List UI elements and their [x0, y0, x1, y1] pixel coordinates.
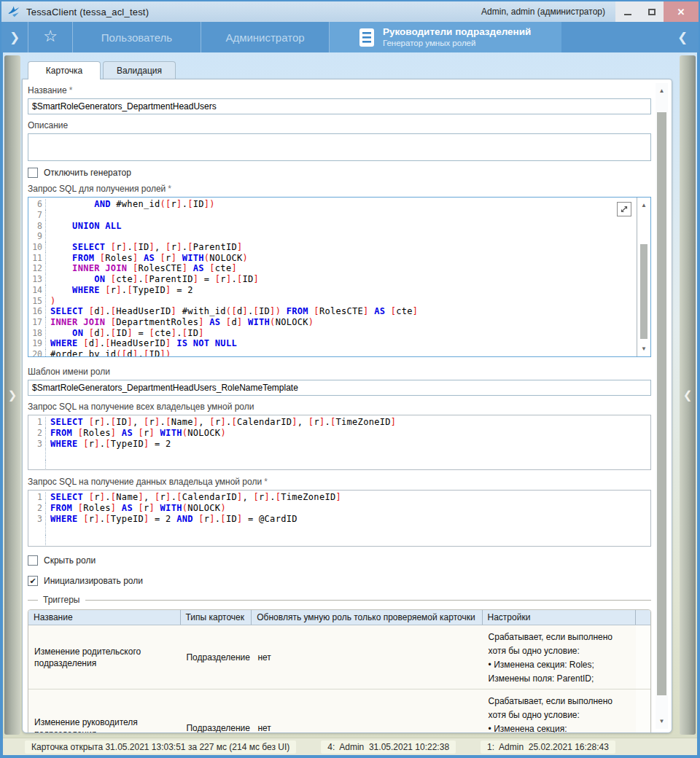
editor-scrollbar-thumb[interactable] [640, 244, 648, 339]
code-line: 6 AND #when_id([r].[ID]) [28, 199, 650, 210]
nav-tab-user[interactable]: Пользователь [73, 22, 201, 52]
column-header-scroll [636, 610, 650, 625]
app-logo-icon [7, 5, 20, 18]
chevron-left-icon: ❮ [683, 388, 693, 402]
code-line: 9 [28, 231, 650, 242]
main-scrollbar[interactable]: ▲ ▼ [656, 83, 668, 729]
minimize-button[interactable] [615, 1, 639, 22]
window-title: TessaClient (tessa_acl_test) [26, 7, 149, 17]
init-roles-label: Инициализировать роли [44, 576, 143, 586]
tab-card[interactable]: Карточка [28, 61, 101, 79]
roles-sql-editor[interactable]: 6 AND #when_id([r].[ID])78 UNION ALL910 … [28, 197, 651, 357]
column-header-name[interactable]: Название [28, 610, 181, 625]
code-line: 15) [28, 295, 650, 306]
chevron-right-icon: ❯ [8, 388, 18, 402]
maximize-button[interactable] [639, 1, 664, 22]
code-line: 13 ON [cte].[ParentID] = [r].[ID] [28, 274, 650, 285]
editor-scrollbar[interactable]: ▲ ▼ [637, 198, 650, 356]
code-line-empty [28, 535, 650, 546]
main-nav-bar: ❯ ☆ Пользователь Администратор Руководит… [1, 22, 699, 52]
code-line: 3WHERE [r].[TypeID] = 2 AND [r].[ID] = @… [28, 513, 650, 524]
column-header-settings[interactable]: Настройки [483, 610, 637, 625]
document-icon [359, 28, 375, 47]
init-roles-checkbox[interactable]: ✔ [28, 576, 38, 586]
code-line: 1SELECT [r].[ID], [r].[Name], [r].[Calen… [28, 417, 650, 428]
column-header-card-types[interactable]: Типы карточек [181, 610, 252, 625]
current-user-label: Admin, admin (администратор) [481, 7, 605, 17]
triggers-table: Название Типы карточек Обновлять умную р… [28, 609, 651, 733]
scroll-up-icon[interactable]: ▲ [656, 87, 668, 94]
code-line: 10 SELECT [r].[ID], [r].[ParentID] [28, 242, 650, 253]
card-panel-body: Название* $SmartRoleGenerators_Departmen… [22, 79, 672, 733]
owners-sql-label: Запрос SQL на получение всех владельцев … [28, 402, 651, 413]
nav-back-chevron-button[interactable]: ❯ [1, 22, 28, 52]
code-line: 8 UNION ALL [28, 220, 650, 231]
name-input[interactable]: $SmartRoleGenerators_DepartmentHeadUsers [28, 98, 651, 114]
status-card-opened: Карточка открыта 31.05.2021 13:03:51 за … [25, 741, 296, 754]
card-form: Название* $SmartRoleGenerators_Departmen… [23, 79, 672, 732]
code-line: 11 FROM [Roles] AS [r] WITH(NOLOCK) [28, 252, 650, 263]
code-line-empty [28, 524, 650, 535]
roles-sql-label: Запрос SQL для получения ролей* [28, 184, 651, 195]
template-input[interactable]: $SmartRoleGenerators_DepartmentHeadUsers… [28, 380, 651, 396]
name-field-label: Название* [28, 85, 651, 96]
code-line: 14 WHERE [r].[TypeID] = 2 [28, 285, 650, 296]
trigger-card-types-cell: Подразделение [180, 625, 252, 689]
table-row[interactable]: Изменение руководителя подразделенияПодр… [28, 689, 650, 733]
code-line: 7 [28, 210, 650, 221]
maximize-icon [648, 9, 656, 15]
disable-generator-checkbox[interactable] [28, 168, 38, 178]
scroll-down-icon[interactable]: ▼ [637, 345, 650, 352]
close-button[interactable]: ✕ [664, 1, 699, 22]
scroll-up-icon[interactable]: ▲ [637, 202, 650, 208]
disable-generator-label: Отключить генератор [44, 168, 131, 178]
trigger-card-types-cell: Подразделение [180, 689, 252, 733]
expand-editor-button[interactable] [617, 202, 631, 216]
main-scrollbar-thumb[interactable] [657, 112, 666, 695]
code-line: 20#order_by_id([d].[ID]) [28, 349, 650, 357]
code-line: 1SELECT [r].[Name], [r].[CalendarID], [r… [28, 492, 650, 503]
code-line-empty [28, 449, 650, 460]
nav-tab-admin[interactable]: Администратор [201, 22, 329, 52]
owners-sql-editor[interactable]: 1SELECT [r].[ID], [r].[Name], [r].[Calen… [28, 415, 651, 470]
disable-generator-checkbox-row: Отключить генератор [28, 167, 651, 178]
code-line: 19WHERE [d].[HeadUserID] IS NOT NULL [28, 338, 650, 349]
table-scroll-column[interactable] [636, 625, 650, 689]
nav-forward-chevron-button[interactable]: ❮ [666, 22, 699, 52]
code-line: 18 ON [d].[ID] = [cte].[ID] [28, 327, 650, 338]
hide-roles-checkbox-row: Скрыть роли [28, 555, 651, 566]
card-panel: Карточка Валидация Название* $SmartRoleG… [22, 61, 672, 733]
description-input[interactable] [28, 133, 651, 161]
right-panel-expander[interactable]: ❮ [680, 55, 696, 735]
hide-roles-label: Скрыть роли [44, 555, 96, 566]
tab-validation[interactable]: Валидация [103, 61, 176, 79]
code-line: 17INNER JOIN [DepartmentRoles] AS [d] WI… [28, 317, 650, 328]
trigger-update-only-cell: нет [252, 689, 482, 733]
chevron-left-icon: ❮ [677, 30, 688, 45]
status-modified-info: 4: Admin 31.05.2021 10:22:38 [321, 741, 456, 754]
column-header-update-only[interactable]: Обновлять умную роль только проверяемой … [252, 610, 482, 625]
close-icon: ✕ [677, 7, 685, 17]
triggers-group-legend: Триггеры [28, 595, 651, 605]
code-line: 12 INNER JOIN [RolesCTE] AS [cte] [28, 263, 650, 274]
code-line: 2FROM [Roles] AS [r] WITH(NOLOCK) [28, 503, 650, 514]
init-roles-checkbox-row: ✔ Инициализировать роли [28, 575, 651, 586]
table-row[interactable]: Изменение родительского подразделенияПод… [28, 625, 650, 689]
page-tabs: Карточка Валидация [22, 61, 672, 79]
owner-data-sql-label: Запрос SQL на получение данных владельца… [28, 477, 651, 488]
active-card-subtitle: Генератор умных ролей [383, 38, 531, 48]
favorites-button[interactable]: ☆ [28, 22, 72, 52]
scroll-down-icon[interactable]: ▼ [656, 718, 668, 724]
hide-roles-checkbox[interactable] [28, 555, 38, 566]
app-window: TessaClient (tessa_acl_test) Admin, admi… [0, 0, 700, 758]
status-bar: Карточка открыта 31.05.2021 13:03:51 за … [3, 738, 697, 755]
active-card-title: Руководители подразделений [383, 26, 531, 38]
left-panel-expander[interactable]: ❯ [4, 55, 20, 735]
trigger-settings-cell: Срабатывает, если выполнено хотя бы одно… [483, 625, 636, 689]
trigger-name-cell: Изменение руководителя подразделения [28, 689, 180, 733]
trigger-settings-cell: Срабатывает, если выполнено хотя бы одно… [483, 689, 636, 733]
nav-tab-active-card[interactable]: Руководители подразделений Генератор умн… [330, 22, 561, 52]
code-line: 3WHERE [r].[TypeID] = 2 [28, 438, 650, 449]
table-scroll-column[interactable]: ▼ [636, 689, 650, 733]
owner-data-sql-editor[interactable]: 1SELECT [r].[Name], [r].[CalendarID], [r… [28, 490, 651, 547]
